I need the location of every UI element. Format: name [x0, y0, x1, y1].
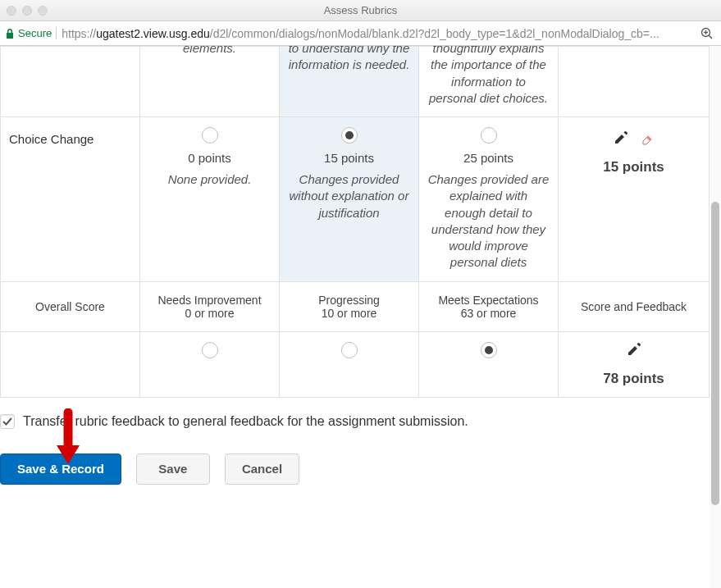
- traffic-lights: [7, 6, 48, 16]
- rubric-row-choice-change: Choice Change 0 points None provided. 15…: [1, 117, 710, 282]
- overall-cell[interactable]: [280, 331, 419, 397]
- cell-description: Changes provided are explained with enou…: [427, 171, 550, 271]
- rubric-cell-selected[interactable]: to understand why the information is nee…: [280, 47, 419, 117]
- criterion-score: 15 points: [567, 159, 700, 175]
- rubric-cell-25pts[interactable]: 25 points Changes provided are explained…: [419, 117, 559, 282]
- svg-line-1: [709, 35, 712, 39]
- overall-col-range: 63 or more: [426, 307, 551, 320]
- score-feedback-header: Score and Feedback: [559, 281, 710, 331]
- points-label: 25 points: [427, 151, 550, 165]
- rubric-cell[interactable]: elements.: [140, 47, 280, 117]
- criterion-name: Choice Change: [1, 117, 140, 282]
- pencil-icon[interactable]: [627, 342, 641, 359]
- rubric-table: elements. to understand why the informat…: [0, 46, 710, 398]
- secure-label: Secure: [18, 27, 52, 39]
- score-cell: 15 points: [559, 117, 710, 282]
- overall-score-header-row: Overall Score Needs Improvement 0 or mor…: [1, 281, 710, 331]
- transfer-feedback-row: Transfer rubric feedback to general feed…: [0, 398, 710, 454]
- url-display[interactable]: https://ugatest2.view.usg.edu/d2l/common…: [62, 27, 698, 40]
- url-path: /d2l/common/dialogs/nonModal/blank.d2l?d…: [210, 27, 659, 40]
- overall-col-range: 10 or more: [286, 307, 412, 320]
- rubric-cell-0pts[interactable]: 0 points None provided.: [140, 117, 280, 282]
- overall-col-title: Needs Improvement: [147, 294, 272, 307]
- overall-empty: [1, 331, 140, 397]
- radio-button[interactable]: [481, 127, 497, 144]
- overall-col-needs-improvement: Needs Improvement 0 or more: [140, 281, 280, 331]
- address-bar: Secure https://ugatest2.view.usg.edu/d2l…: [0, 21, 721, 46]
- content-area: elements. to understand why the informat…: [0, 46, 721, 588]
- window-title: Assess Rubrics: [7, 4, 714, 16]
- transfer-feedback-label: Transfer rubric feedback to general feed…: [23, 414, 468, 429]
- cell-description: thoughtfully explains the importance of …: [427, 46, 550, 107]
- window-title-bar: Assess Rubrics: [0, 0, 721, 21]
- overall-cell-selected[interactable]: [419, 331, 559, 397]
- overall-col-range: 0 or more: [147, 307, 272, 320]
- total-score-cell: 78 points: [559, 331, 710, 397]
- button-row: Save & Record Save Cancel: [0, 454, 710, 501]
- scrollbar-thumb[interactable]: [711, 202, 719, 505]
- scrollbar-track[interactable]: [710, 46, 721, 588]
- secure-badge: Secure: [5, 27, 57, 39]
- rubric-row-partial: elements. to understand why the informat…: [1, 47, 710, 117]
- rubric-cell[interactable]: thoughtfully explains the importance of …: [419, 47, 559, 117]
- lock-icon: [5, 28, 15, 39]
- total-score: 78 points: [567, 371, 700, 387]
- radio-button-checked[interactable]: [341, 127, 358, 144]
- cell-description: elements.: [148, 46, 271, 57]
- cell-description: to understand why the information is nee…: [288, 46, 410, 74]
- zoom-icon[interactable]: [698, 25, 716, 43]
- cancel-button[interactable]: Cancel: [225, 454, 299, 485]
- url-host: ugatest2.view.usg.edu: [96, 27, 210, 40]
- maximize-window-button[interactable]: [38, 6, 48, 16]
- overall-score-label: Overall Score: [1, 281, 140, 331]
- overall-col-title: Meets Expectations: [426, 294, 551, 307]
- radio-button-checked[interactable]: [481, 342, 497, 358]
- save-button[interactable]: Save: [136, 454, 210, 485]
- rubric-cell-15pts-selected[interactable]: 15 points Changes provided without expla…: [280, 117, 419, 282]
- overall-cell[interactable]: [140, 331, 280, 397]
- pencil-icon[interactable]: [614, 130, 628, 148]
- criterion-name-prev: [1, 47, 140, 117]
- radio-button[interactable]: [202, 127, 218, 144]
- points-label: 0 points: [148, 151, 271, 165]
- cell-description: Changes provided without explanation or …: [288, 171, 410, 221]
- cell-description: None provided.: [148, 171, 271, 188]
- overall-col-title: Progressing: [286, 294, 412, 307]
- close-window-button[interactable]: [7, 6, 16, 16]
- transfer-feedback-checkbox[interactable]: [0, 414, 15, 429]
- overall-col-progressing: Progressing 10 or more: [280, 281, 419, 331]
- score-cell: [559, 47, 710, 117]
- minimize-window-button[interactable]: [22, 6, 32, 16]
- points-label: 15 points: [288, 151, 410, 165]
- radio-button[interactable]: [341, 342, 358, 358]
- url-protocol: https://: [62, 27, 96, 40]
- overall-col-meets: Meets Expectations 63 or more: [419, 281, 559, 331]
- eraser-icon[interactable]: [639, 130, 654, 148]
- radio-button[interactable]: [202, 342, 218, 358]
- overall-score-radio-row: 78 points: [1, 331, 710, 397]
- save-and-record-button[interactable]: Save & Record: [0, 454, 121, 485]
